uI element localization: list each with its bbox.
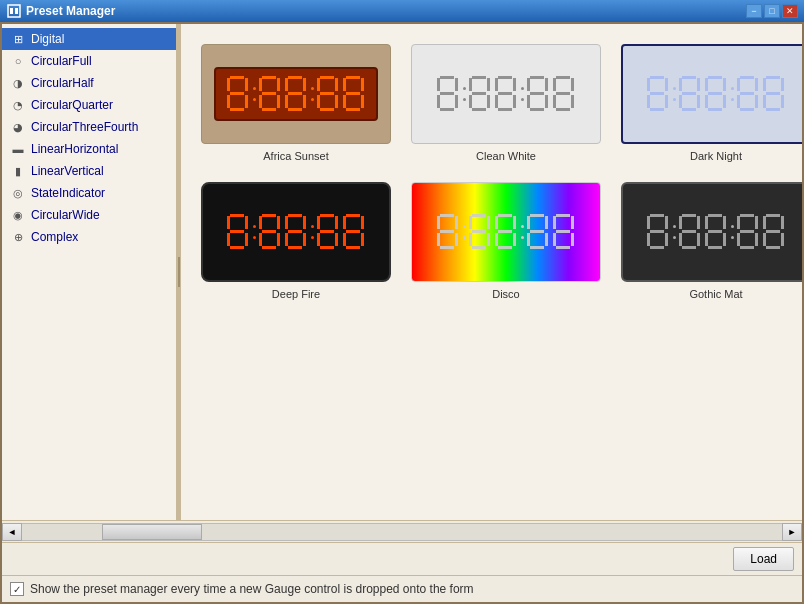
digit-display-clean-white xyxy=(426,69,586,119)
circular-icon: ◕ xyxy=(10,119,26,135)
digit xyxy=(552,213,576,251)
window-controls: − □ ✕ xyxy=(746,4,798,18)
digit xyxy=(736,213,760,251)
restore-button[interactable]: □ xyxy=(764,4,780,18)
colon xyxy=(462,75,466,113)
sidebar-item-complex[interactable]: ⊕Complex xyxy=(2,226,176,248)
sidebar-item-circularhalf[interactable]: ◑CircularHalf xyxy=(2,72,176,94)
sidebar-item-circularquarter[interactable]: ◔CircularQuarter xyxy=(2,94,176,116)
sidebar-item-circularThreeFourth[interactable]: ◕CircularThreeFourth xyxy=(2,116,176,138)
preset-grid: Africa Sunset xyxy=(191,34,792,310)
preset-card-disco[interactable]: Disco xyxy=(411,182,601,300)
circular-icon: ◔ xyxy=(10,97,26,113)
sidebar-item-circularwide[interactable]: ◉CircularWide xyxy=(2,204,176,226)
colon xyxy=(672,213,676,251)
bottom-bar: Load xyxy=(2,542,802,575)
complex-icon: ⊕ xyxy=(10,229,26,245)
linear-icon: ▬ xyxy=(10,141,26,157)
sidebar-item-label-circularwide: CircularWide xyxy=(31,208,100,222)
digit xyxy=(494,75,518,113)
scroll-track[interactable] xyxy=(22,523,782,541)
preset-area: Africa Sunset xyxy=(181,24,802,520)
digit xyxy=(494,213,518,251)
sidebar-divider[interactable] xyxy=(177,24,181,520)
digit xyxy=(704,75,728,113)
preset-card-deep-fire[interactable]: Deep Fire xyxy=(201,182,391,300)
title-bar: Preset Manager − □ ✕ xyxy=(0,0,804,22)
preset-card-clean-white[interactable]: Clean White xyxy=(411,44,601,162)
footer: ✓ Show the preset manager every time a n… xyxy=(2,575,802,602)
sidebar-item-label-circularquarter: CircularQuarter xyxy=(31,98,113,112)
main-window: ⊞Digital○CircularFull◑CircularHalf◔Circu… xyxy=(0,22,804,604)
digit xyxy=(678,213,702,251)
content-area: ⊞Digital○CircularFull◑CircularHalf◔Circu… xyxy=(2,24,802,520)
preset-thumb-clean-white xyxy=(411,44,601,144)
sidebar-item-label-complex: Complex xyxy=(31,230,78,244)
colon xyxy=(462,213,466,251)
digit xyxy=(316,75,340,113)
svg-rect-0 xyxy=(8,5,20,17)
state-icon: ◎ xyxy=(10,185,26,201)
linear-icon: ▮ xyxy=(10,163,26,179)
preset-label-africa-sunset: Africa Sunset xyxy=(263,150,328,162)
preset-thumb-africa-sunset xyxy=(201,44,391,144)
preset-label-deep-fire: Deep Fire xyxy=(272,288,320,300)
sidebar-item-linearhorizontal[interactable]: ▬LinearHorizontal xyxy=(2,138,176,160)
digit-display-dark-night xyxy=(636,69,796,119)
digit-display-africa-sunset xyxy=(214,67,378,121)
sidebar-item-label-linearhorizontal: LinearHorizontal xyxy=(31,142,118,156)
digit xyxy=(316,213,340,251)
svg-rect-2 xyxy=(15,8,18,14)
preset-card-africa-sunset[interactable]: Africa Sunset xyxy=(201,44,391,162)
minimize-button[interactable]: − xyxy=(746,4,762,18)
show-preset-checkbox[interactable]: ✓ xyxy=(10,582,24,596)
sidebar-item-circularfull[interactable]: ○CircularFull xyxy=(2,50,176,72)
circular-icon: ○ xyxy=(10,53,26,69)
digit xyxy=(468,213,492,251)
colon xyxy=(252,213,256,251)
footer-text: Show the preset manager every time a new… xyxy=(30,582,474,596)
digit xyxy=(646,213,670,251)
digit xyxy=(736,75,760,113)
sidebar-item-linearvertical[interactable]: ▮LinearVertical xyxy=(2,160,176,182)
scroll-thumb[interactable] xyxy=(102,524,202,540)
window-icon xyxy=(6,3,22,19)
sidebar-item-label-circularThreeFourth: CircularThreeFourth xyxy=(31,120,138,134)
digit xyxy=(284,213,308,251)
sidebar-item-stateindicator[interactable]: ◎StateIndicator xyxy=(2,182,176,204)
sidebar-item-label-digital: Digital xyxy=(31,32,64,46)
colon xyxy=(730,213,734,251)
circular-icon: ◑ xyxy=(10,75,26,91)
digit xyxy=(258,75,282,113)
scroll-right-button[interactable]: ► xyxy=(782,523,802,541)
preset-thumb-gothic-mat xyxy=(621,182,802,282)
sidebar-item-label-linearvertical: LinearVertical xyxy=(31,164,104,178)
preset-card-dark-night[interactable]: Dark Night xyxy=(621,44,802,162)
colon xyxy=(310,75,314,113)
colon xyxy=(520,213,524,251)
preset-card-gothic-mat[interactable]: Gothic Mat xyxy=(621,182,802,300)
digit xyxy=(762,75,786,113)
preset-label-clean-white: Clean White xyxy=(476,150,536,162)
digit xyxy=(436,75,460,113)
sidebar-item-label-circularfull: CircularFull xyxy=(31,54,92,68)
preset-thumb-dark-night xyxy=(621,44,802,144)
digit xyxy=(468,75,492,113)
digit-display-deep-fire xyxy=(216,207,376,257)
digit xyxy=(646,75,670,113)
digit xyxy=(284,75,308,113)
sidebar-item-digital[interactable]: ⊞Digital xyxy=(2,28,176,50)
sidebar-item-label-stateindicator: StateIndicator xyxy=(31,186,105,200)
digit xyxy=(526,75,550,113)
digit xyxy=(226,75,250,113)
load-button[interactable]: Load xyxy=(733,547,794,571)
close-button[interactable]: ✕ xyxy=(782,4,798,18)
horizontal-scrollbar: ◄ ► xyxy=(2,520,802,542)
circular-icon: ◉ xyxy=(10,207,26,223)
colon xyxy=(520,75,524,113)
scroll-left-button[interactable]: ◄ xyxy=(2,523,22,541)
digit xyxy=(552,75,576,113)
preset-thumb-deep-fire xyxy=(201,182,391,282)
preset-label-dark-night: Dark Night xyxy=(690,150,742,162)
digit xyxy=(526,213,550,251)
